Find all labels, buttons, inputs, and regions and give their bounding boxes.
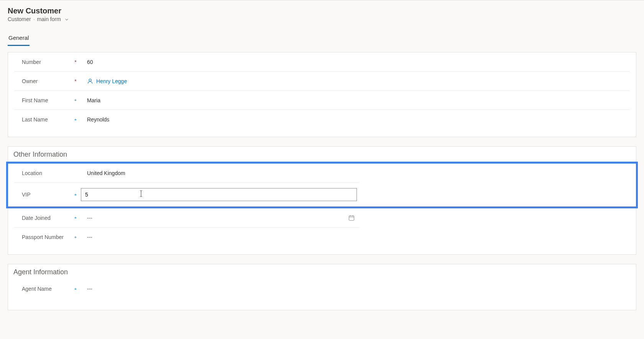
value-passport[interactable]: --- [79,234,359,240]
label-agent-name: Agent Name [14,286,72,292]
calendar-icon[interactable] [348,215,355,221]
tab-general[interactable]: General [8,32,30,46]
vip-input-container [79,188,359,201]
value-number[interactable]: 60 [79,59,630,65]
page-title: New Customer [8,7,636,15]
form-header: New Customer Customer · main form [0,0,644,25]
value-agent-name[interactable]: --- [79,286,359,292]
recommended-marker: + [72,235,79,239]
vip-input[interactable] [81,188,357,201]
field-row-vip[interactable]: VIP + [14,183,359,206]
field-row-first-name[interactable]: First Name + Maria [14,91,630,110]
value-location[interactable]: United Kingdom [79,170,359,176]
field-row-owner[interactable]: Owner * Henry Legge [14,72,630,91]
section-title-agent: Agent Information [8,264,636,279]
recommended-marker: + [72,98,79,102]
breadcrumb-separator: · [33,16,35,22]
field-row-date-joined[interactable]: Date Joined + --- [14,208,359,228]
label-number: Number [14,59,72,65]
required-marker: * [72,78,79,84]
section-title-other: Other Information [8,147,636,162]
tabs-container: General [0,32,644,46]
label-owner: Owner [14,78,72,84]
chevron-down-icon[interactable] [65,16,69,20]
value-date-joined[interactable]: --- [79,215,359,221]
field-row-passport[interactable]: Passport Number + --- [14,228,359,247]
field-row-last-name[interactable]: Last Name + Reynolds [14,110,630,129]
section-other-information: Other Information Location United Kingdo… [8,146,636,255]
breadcrumb[interactable]: Customer · main form [8,16,636,22]
highlight-annotation: Location United Kingdom VIP + [6,162,638,208]
breadcrumb-entity: Customer [8,16,31,22]
label-first-name: First Name [14,97,72,103]
field-row-number[interactable]: Number * 60 [14,52,630,72]
field-row-location[interactable]: Location United Kingdom [14,164,359,183]
label-date-joined: Date Joined [14,215,72,221]
label-passport: Passport Number [14,234,72,240]
person-icon [87,78,93,84]
label-location: Location [14,170,72,176]
label-vip: VIP [14,192,72,198]
required-marker: * [72,59,79,65]
owner-name: Henry Legge [96,78,127,84]
recommended-marker: + [72,118,79,122]
recommended-marker: + [72,216,79,220]
field-row-agent-name[interactable]: Agent Name + --- [14,279,359,298]
recommended-marker: + [72,287,79,291]
breadcrumb-form: main form [37,16,61,22]
value-first-name[interactable]: Maria [79,97,630,103]
recommended-marker: + [72,193,79,197]
value-owner[interactable]: Henry Legge [79,78,127,84]
page-container: New Customer Customer · main form Genera… [0,0,644,310]
section-agent-information: Agent Information Agent Name + --- [8,264,636,310]
label-last-name: Last Name [14,116,72,123]
section-general: Number * 60 Owner * Henry Legge First Na… [8,52,636,137]
svg-rect-1 [349,216,354,220]
svg-point-0 [89,79,91,81]
value-last-name[interactable]: Reynolds [79,116,630,123]
